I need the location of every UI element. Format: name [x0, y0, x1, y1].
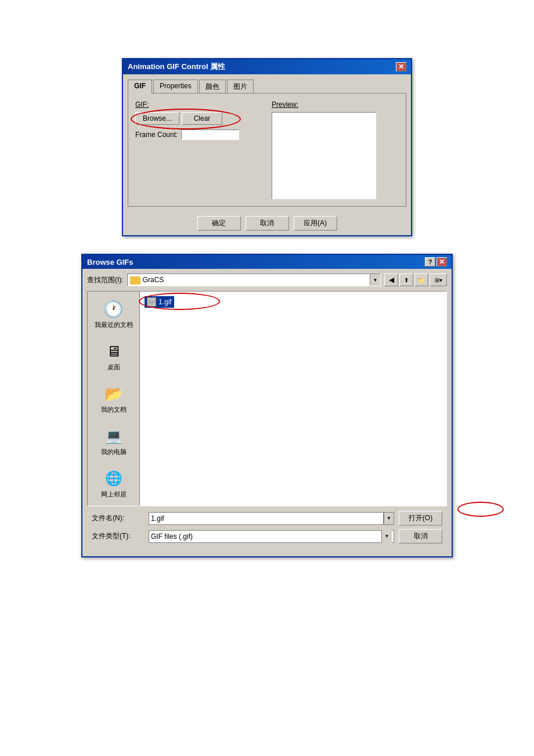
recent-icon: 🕐 — [102, 298, 125, 319]
dialog-title-top: Animation GIF Control 属性 — [128, 62, 225, 72]
tab-content-gif: GIF: Browse... Clear Frame Count: — [128, 93, 406, 207]
button-row: Browse... Clear — [135, 112, 262, 125]
open-button[interactable]: 打开(O) — [399, 511, 442, 525]
sidebar-label-recent: 我最近的文档 — [95, 321, 133, 329]
gif-right: Preview: — [272, 100, 399, 199]
mydocs-icon: 📂 — [102, 383, 125, 404]
help-button-browse[interactable]: ? — [425, 257, 435, 267]
dialog-body-top: GIF Properties 颜色 图片 GIF: Browse... — [123, 74, 411, 211]
filetype-label: 文件类型(T): — [92, 531, 144, 541]
network-icon: 🌐 — [102, 468, 125, 489]
filetype-combo[interactable]: GIF files (.gif) ▼ — [149, 530, 394, 543]
filetype-row: 文件类型(T): GIF files (.gif) ▼ 取消 — [92, 529, 442, 543]
titlebar-buttons-top: ✕ — [396, 62, 406, 71]
sidebar-label-network: 网上邻居 — [101, 490, 127, 499]
frame-count-label: Frame Count: — [135, 131, 178, 139]
nav-new-folder-btn[interactable]: 📁 — [414, 273, 428, 286]
dialog-title-browse: Browse GIFs — [87, 258, 133, 267]
sidebar-item-desktop[interactable]: 🖥 桌面 — [90, 339, 137, 374]
file-name: 1.gif — [158, 298, 172, 306]
filename-label: 文件名(N): — [92, 513, 144, 523]
gif-content: GIF: Browse... Clear Frame Count: — [135, 100, 399, 199]
close-button-top[interactable]: ✕ — [396, 62, 406, 71]
sidebar-item-recent[interactable]: 🕐 我最近的文档 — [90, 296, 137, 332]
open-button-annotation — [457, 502, 504, 517]
animation-gif-dialog: Animation GIF Control 属性 ✕ GIF Propertie… — [122, 58, 412, 236]
apply-button[interactable]: 应用(A) — [294, 216, 337, 231]
browse-toolbar: 查找范围(I): GrаCS ▼ ◀ ⬆ 📁 ⊞▾ — [87, 273, 447, 286]
close-button-browse[interactable]: ✕ — [436, 257, 447, 267]
location-combo-arrow[interactable]: ▼ — [370, 274, 380, 286]
filename-input[interactable] — [149, 512, 384, 525]
preview-label: Preview: — [272, 100, 399, 109]
titlebar-buttons-browse: ? ✕ — [425, 257, 447, 267]
clear-button[interactable]: Clear — [182, 112, 222, 125]
tab-image[interactable]: 图片 — [227, 80, 254, 93]
filename-combo-arrow[interactable]: ▼ — [384, 512, 394, 525]
location-combo[interactable]: GrаCS ▼ — [127, 273, 381, 286]
browse-body: 查找范围(I): GrаCS ▼ ◀ ⬆ 📁 ⊞▾ 🕐 我最近的文档 — [82, 269, 452, 556]
desktop-icon: 🖥 — [102, 341, 125, 362]
sidebar-item-mycomputer[interactable]: 💻 我的电脑 — [90, 423, 137, 459]
frame-count-row: Frame Count: — [135, 129, 262, 140]
sidebar-label-desktop: 桌面 — [107, 363, 120, 372]
browse-main-area: 🕐 我最近的文档 🖥 桌面 📂 我的文档 💻 我的电脑 🌐 网上邻 — [87, 291, 447, 506]
sidebar-label-mycomputer: 我的电脑 — [101, 448, 127, 456]
cancel-button-browse[interactable]: 取消 — [399, 529, 442, 543]
browse-sidebar: 🕐 我最近的文档 🖥 桌面 📂 我的文档 💻 我的电脑 🌐 网上邻 — [88, 291, 140, 506]
cancel-button-top[interactable]: 取消 — [246, 216, 289, 231]
sidebar-item-mydocs[interactable]: 📂 我的文档 — [90, 381, 137, 416]
gif-file-icon: GIF — [147, 297, 156, 307]
confirm-button[interactable]: 确定 — [197, 216, 241, 231]
tab-color[interactable]: 颜色 — [199, 80, 226, 93]
dialog-titlebar-browse: Browse GIFs ? ✕ — [82, 255, 452, 269]
dialog-footer-top: 确定 取消 应用(A) — [123, 211, 411, 235]
file-item-1gif[interactable]: GIF 1.gif — [145, 296, 174, 308]
browse-nav-buttons: ◀ ⬆ 📁 ⊞▾ — [384, 273, 447, 286]
gif-left: GIF: Browse... Clear Frame Count: — [135, 100, 262, 199]
mycomputer-icon: 💻 — [102, 426, 125, 447]
nav-view-btn[interactable]: ⊞▾ — [430, 273, 447, 286]
tab-properties[interactable]: Properties — [153, 80, 198, 93]
tabs-row: GIF Properties 颜色 图片 — [128, 79, 406, 93]
browse-gif-dialog: Browse GIFs ? ✕ 查找范围(I): GrаCS ▼ ◀ ⬆ 📁 — [81, 254, 453, 557]
sidebar-label-mydocs: 我的文档 — [101, 405, 127, 414]
filename-row: 文件名(N): ▼ 打开(O) — [92, 511, 442, 525]
gif-label: GIF: — [135, 100, 262, 109]
browse-footer: 文件名(N): ▼ 打开(O) 文件类型(T): GIF files (.gif… — [87, 506, 447, 552]
look-in-label: 查找范围(I): — [87, 275, 124, 285]
nav-up-btn[interactable]: ⬆ — [399, 273, 413, 286]
preview-box — [272, 112, 376, 199]
tab-gif[interactable]: GIF — [128, 80, 152, 93]
browse-file-area: GIF 1.gif — [140, 291, 446, 506]
sidebar-item-network[interactable]: 🌐 网上邻居 — [90, 466, 137, 501]
dialog-titlebar-top: Animation GIF Control 属性 ✕ — [123, 59, 411, 74]
filetype-combo-arrow[interactable]: ▼ — [381, 530, 392, 543]
location-value: GrаCS — [143, 276, 164, 284]
frame-count-input[interactable] — [181, 129, 239, 140]
nav-back-btn[interactable]: ◀ — [384, 273, 398, 286]
browse-button[interactable]: Browse... — [135, 112, 179, 125]
